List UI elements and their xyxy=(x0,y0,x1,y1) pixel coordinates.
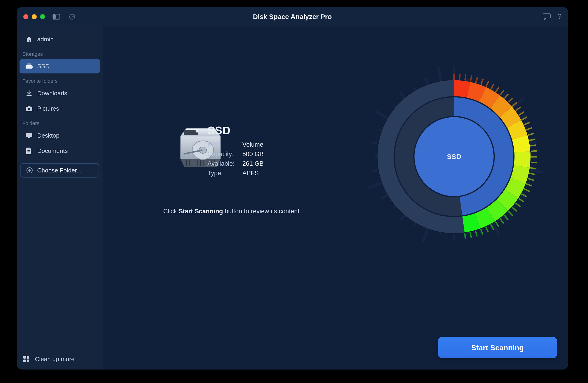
speech-bubble-icon xyxy=(543,13,550,20)
svg-line-90 xyxy=(526,128,531,130)
svg-rect-11 xyxy=(27,150,30,151)
svg-line-104 xyxy=(516,203,520,206)
capacity-value: 500 GB xyxy=(242,151,280,158)
available-value: 261 GB xyxy=(242,160,280,167)
desktop-icon xyxy=(25,132,33,139)
svg-line-89 xyxy=(524,122,529,125)
svg-point-72 xyxy=(415,117,494,196)
svg-line-105 xyxy=(512,207,516,211)
cleanup-label: Clean up more xyxy=(35,356,75,363)
volume-name: SSD xyxy=(208,124,280,137)
svg-line-92 xyxy=(530,139,535,140)
type-label: Type: xyxy=(208,170,242,177)
scan-hint: Click Start Scanning button to review it… xyxy=(163,208,299,215)
svg-line-74 xyxy=(460,74,460,80)
main-content: SSD Kind: Volume Capacity: 500 GB Availa… xyxy=(103,26,568,369)
sidebar-item-ssd[interactable]: SSD xyxy=(20,59,100,74)
sidebar-item-label: Desktop xyxy=(37,132,59,139)
sidebar-item-pictures[interactable]: Pictures xyxy=(20,101,100,116)
svg-rect-9 xyxy=(26,133,32,137)
sidebar-section-folders: Folders xyxy=(17,116,103,128)
start-scanning-label: Start Scanning xyxy=(471,344,524,352)
sidebar-item-desktop[interactable]: Desktop xyxy=(20,128,100,143)
cleanup-button[interactable]: Clean up more xyxy=(17,349,103,369)
sidebar-item-label: Documents xyxy=(37,147,68,154)
sunburst-chart: SSD xyxy=(354,57,554,257)
home-icon xyxy=(25,35,33,43)
svg-line-79 xyxy=(486,82,488,86)
svg-line-81 xyxy=(496,87,499,92)
sidebar-user[interactable]: admin xyxy=(20,32,100,46)
close-light[interactable] xyxy=(23,14,28,19)
svg-line-96 xyxy=(531,162,536,163)
svg-line-76 xyxy=(471,76,472,81)
svg-line-106 xyxy=(508,211,512,215)
svg-rect-17 xyxy=(27,360,29,362)
sidebar-section-storages: Storages xyxy=(17,47,103,58)
help-button[interactable]: ? xyxy=(558,13,562,21)
svg-rect-12 xyxy=(27,152,30,152)
svg-line-94 xyxy=(531,151,536,151)
svg-point-4 xyxy=(31,66,32,67)
svg-line-93 xyxy=(530,145,536,146)
start-scanning-button[interactable]: Start Scanning xyxy=(438,337,557,358)
sidebar-section-favfolders: Favorite folders xyxy=(17,74,103,86)
choose-folder-button[interactable]: Choose Folder... xyxy=(21,163,99,177)
svg-line-101 xyxy=(524,189,529,191)
sidebar-item-label: Pictures xyxy=(37,105,59,112)
svg-rect-10 xyxy=(28,137,30,138)
available-label: Available: xyxy=(208,160,242,167)
traffic-lights xyxy=(23,14,45,19)
minimize-light[interactable] xyxy=(32,14,37,19)
svg-rect-14 xyxy=(23,356,26,359)
svg-rect-8 xyxy=(28,106,30,107)
svg-line-109 xyxy=(495,222,498,226)
svg-line-114 xyxy=(470,232,471,237)
app-title: Disk Space Analyzer Pro xyxy=(17,13,568,21)
svg-line-84 xyxy=(509,98,512,102)
svg-line-77 xyxy=(476,77,477,82)
svg-line-100 xyxy=(526,184,531,186)
svg-line-91 xyxy=(528,134,533,135)
svg-rect-5 xyxy=(26,95,32,96)
svg-line-75 xyxy=(465,75,466,80)
svg-line-115 xyxy=(465,233,465,238)
drive-icon xyxy=(25,62,33,70)
sidebar-item-documents[interactable]: Documents xyxy=(20,144,100,158)
svg-rect-16 xyxy=(23,360,26,362)
svg-line-82 xyxy=(500,91,504,95)
sidebar-item-label: Downloads xyxy=(37,90,67,97)
download-icon xyxy=(25,89,33,97)
plus-circle-icon xyxy=(26,166,34,174)
sidebar-item-label: SSD xyxy=(37,63,50,70)
svg-line-113 xyxy=(475,231,477,236)
type-value: APFS xyxy=(242,170,280,177)
svg-line-98 xyxy=(529,173,534,174)
kind-label: Kind: xyxy=(208,141,242,148)
svg-rect-1 xyxy=(53,14,56,19)
refresh-icon xyxy=(69,14,75,20)
svg-line-86 xyxy=(516,107,520,111)
svg-line-108 xyxy=(500,219,503,223)
sidebar-item-downloads[interactable]: Downloads xyxy=(20,86,100,100)
capacity-label: Capacity: xyxy=(208,151,242,158)
feedback-button[interactable] xyxy=(543,13,550,21)
refresh-button[interactable] xyxy=(67,12,77,21)
zoom-light[interactable] xyxy=(40,14,45,19)
sidebar-user-label: admin xyxy=(37,36,54,43)
camera-icon xyxy=(25,105,33,113)
document-icon xyxy=(25,147,33,155)
svg-line-97 xyxy=(530,168,536,169)
sidebar: admin Storages SSD Favorite folders Down… xyxy=(17,26,103,369)
svg-line-111 xyxy=(486,227,488,232)
toggle-sidebar-button[interactable] xyxy=(52,12,61,21)
grid-icon xyxy=(22,355,30,363)
choose-folder-label: Choose Folder... xyxy=(37,167,82,174)
volume-info: SSD Kind: Volume Capacity: 500 GB Availa… xyxy=(208,124,280,177)
titlebar: Disk Space Analyzer Pro ? xyxy=(17,7,568,26)
app-window: Disk Space Analyzer Pro ? admin xyxy=(17,7,568,369)
sidebar-toggle-icon xyxy=(53,14,60,19)
kind-value: Volume xyxy=(242,141,280,148)
svg-line-87 xyxy=(519,112,524,115)
svg-point-7 xyxy=(28,108,30,110)
